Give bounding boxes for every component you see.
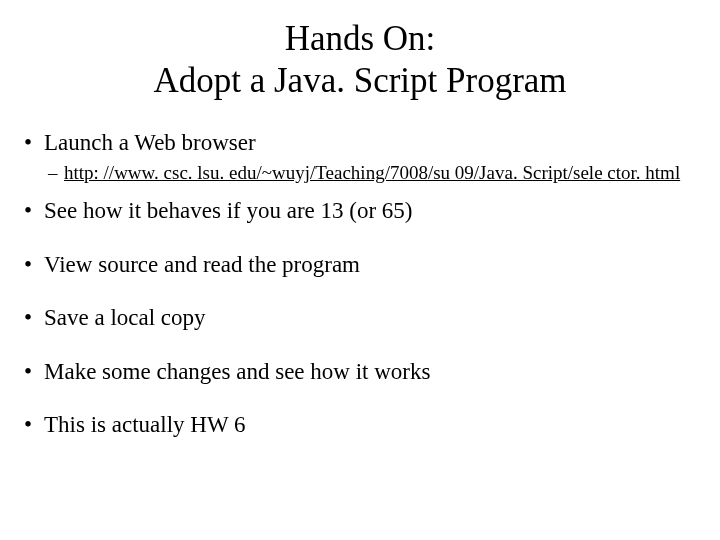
bullet-hw6: This is actually HW 6 <box>24 412 700 438</box>
bullet-save-copy: Save a local copy <box>24 305 700 331</box>
url-link[interactable]: http: //www. csc. lsu. edu/~wuyj/Teachin… <box>64 162 680 183</box>
bullet-text: Launch a Web browser <box>44 130 256 155</box>
slide: Hands On: Adopt a Java. Script Program L… <box>0 0 720 540</box>
bullet-behaves: See how it behaves if you are 13 (or 65) <box>24 198 700 224</box>
bullet-make-changes: Make some changes and see how it works <box>24 359 700 385</box>
bullet-text: Make some changes and see how it works <box>44 359 430 384</box>
sub-bullet-list: http: //www. csc. lsu. edu/~wuyj/Teachin… <box>24 162 700 184</box>
title-line-2: Adopt a Java. Script Program <box>153 61 566 100</box>
bullet-text: Save a local copy <box>44 305 206 330</box>
bullet-launch-browser: Launch a Web browser <box>24 130 700 156</box>
title-line-1: Hands On: <box>285 19 436 58</box>
bullet-text: This is actually HW 6 <box>44 412 245 437</box>
bullet-text: See how it behaves if you are 13 (or 65) <box>44 198 413 223</box>
sub-list-wrapper: http: //www. csc. lsu. edu/~wuyj/Teachin… <box>24 162 700 184</box>
bullet-text: View source and read the program <box>44 252 360 277</box>
slide-title: Hands On: Adopt a Java. Script Program <box>20 18 700 102</box>
bullet-view-source: View source and read the program <box>24 252 700 278</box>
sub-bullet-url: http: //www. csc. lsu. edu/~wuyj/Teachin… <box>48 162 700 184</box>
bullet-list: Launch a Web browser http: //www. csc. l… <box>20 130 700 438</box>
